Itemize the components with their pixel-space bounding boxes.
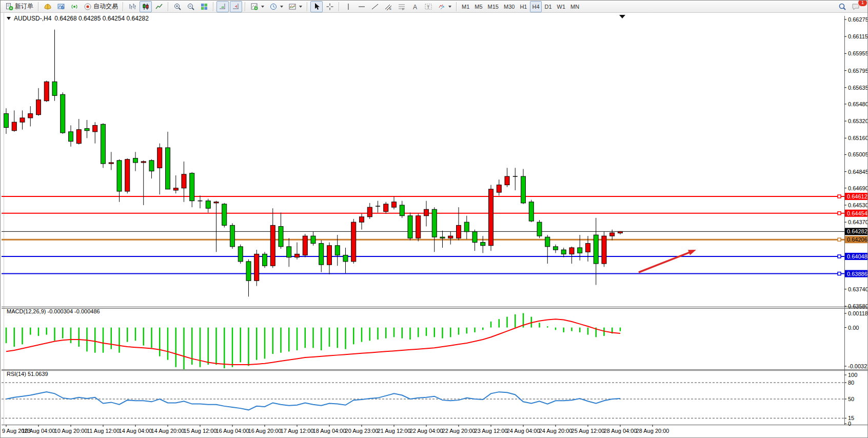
- cursor-button[interactable]: [310, 1, 323, 12]
- timeframe-m30[interactable]: M30: [502, 1, 517, 12]
- text-label-button[interactable]: T: [422, 1, 435, 12]
- time-axis-label[interactable]: 25 Aug 12:00: [571, 428, 605, 434]
- candle-body: [578, 248, 582, 253]
- time-axis-label[interactable]: 10 Aug 20:00: [54, 428, 88, 434]
- timeframe-m1[interactable]: M1: [460, 1, 471, 12]
- arrows-button[interactable]: [436, 1, 453, 12]
- line-chart-icon: [155, 3, 163, 11]
- time-axis-label[interactable]: 11 Aug 12:00: [87, 428, 120, 434]
- auto-scroll-button[interactable]: [216, 1, 229, 12]
- price-axis-label: 0.65955: [848, 50, 868, 56]
- time-axis-label[interactable]: 17 Aug 12:00: [281, 428, 314, 434]
- vertical-line-button[interactable]: [342, 1, 354, 12]
- candlestick-chart-button[interactable]: [140, 1, 152, 12]
- candle-body: [311, 236, 315, 244]
- new-order-button[interactable]: 新订单: [3, 1, 35, 12]
- candle-body: [335, 246, 340, 255]
- text-button[interactable]: A: [409, 1, 421, 12]
- toolbar-group: 新订单: [3, 1, 36, 12]
- zoom-in-button[interactable]: [171, 1, 184, 12]
- timeframe-m5[interactable]: M5: [472, 1, 484, 12]
- toolbar-group: [126, 1, 166, 12]
- time-axis-label[interactable]: 20 Aug 23:00: [345, 428, 379, 434]
- candle-body: [133, 158, 138, 163]
- toolbar-separator: [213, 2, 214, 11]
- price-axis-label: 0.64530: [848, 202, 868, 208]
- svg-text:E: E: [389, 7, 391, 10]
- search-button[interactable]: [836, 1, 849, 12]
- time-axis-label[interactable]: 22 Aug 20:00: [442, 428, 476, 434]
- timeframe-h4[interactable]: H4: [530, 1, 541, 12]
- time-axis-label[interactable]: 14 Aug 20:00: [151, 428, 185, 434]
- tile-windows-button[interactable]: [198, 1, 210, 12]
- chart-shift-button[interactable]: [230, 1, 242, 12]
- timeframe-w1[interactable]: W1: [555, 1, 568, 12]
- line-handle[interactable]: [838, 238, 841, 241]
- line-handle[interactable]: [838, 212, 841, 215]
- candle-body: [529, 202, 534, 221]
- candle-body: [594, 235, 598, 264]
- time-axis-label[interactable]: 24 Aug 04:00: [507, 428, 540, 434]
- rsi-axis-label: 100: [848, 372, 857, 378]
- time-axis-label[interactable]: 21 Aug 12:00: [378, 428, 411, 434]
- search-icon: [838, 3, 846, 11]
- time-axis-label[interactable]: 16 Aug 04:00: [216, 428, 249, 434]
- candle-body: [149, 161, 154, 171]
- price-axis-label: 0.66275: [848, 16, 868, 23]
- horizontal-line-button[interactable]: [356, 1, 368, 12]
- trendline-button[interactable]: [369, 1, 381, 12]
- toolbar-separator: [168, 2, 169, 11]
- time-axis-label[interactable]: 28 Aug 04:00: [604, 428, 637, 434]
- time-axis-label[interactable]: 18 Aug 04:00: [313, 428, 346, 434]
- candle-body: [279, 226, 283, 246]
- candle-body: [117, 161, 122, 191]
- signals-button[interactable]: [68, 1, 81, 12]
- candle-body: [448, 236, 453, 238]
- timeframe-d1[interactable]: D1: [543, 1, 554, 12]
- indicators-icon: [250, 3, 259, 11]
- price-badge-label: 0.64048: [847, 253, 867, 260]
- candle-body: [206, 201, 210, 209]
- candle-body: [545, 237, 550, 247]
- crosshair-icon: [326, 3, 334, 11]
- chevron-down-icon: [448, 6, 451, 8]
- line-handle[interactable]: [838, 255, 841, 258]
- periods-button[interactable]: [267, 1, 285, 12]
- candle-body: [109, 163, 113, 164]
- zoom-out-button[interactable]: [185, 1, 197, 12]
- time-axis-label[interactable]: 28 Aug 20:00: [636, 428, 669, 434]
- chart-canvas[interactable]: 0.662750.661150.659550.657950.656350.654…: [1, 13, 868, 438]
- candle-body: [52, 82, 57, 95]
- timeframe-m15[interactable]: M15: [486, 1, 501, 12]
- timeframe-mn[interactable]: MN: [568, 1, 581, 12]
- autotrading-button[interactable]: 自动交易: [82, 1, 120, 12]
- candle-body: [125, 160, 130, 191]
- time-axis-label[interactable]: 23 Aug 12:00: [475, 428, 508, 434]
- indicators-button[interactable]: [248, 1, 266, 12]
- bar-chart-button[interactable]: [126, 1, 139, 12]
- time-axis-label[interactable]: 10 Aug 04:00: [22, 428, 55, 434]
- channel-button[interactable]: E: [382, 1, 394, 12]
- time-axis-label[interactable]: 22 Aug 04:00: [410, 428, 443, 434]
- macd-axis-label: 0.00: [848, 325, 859, 331]
- templates-button[interactable]: [286, 1, 304, 12]
- signals-icon: [70, 3, 78, 11]
- time-axis-label[interactable]: 14 Aug 04:00: [119, 428, 152, 434]
- time-axis-label[interactable]: 24 Aug 20:00: [539, 428, 573, 434]
- timeframe-h1[interactable]: H1: [518, 1, 529, 12]
- line-chart-button[interactable]: [153, 1, 165, 12]
- profiles-button[interactable]: [55, 1, 67, 12]
- fibonacci-button[interactable]: F: [396, 1, 408, 12]
- channel-icon: E: [384, 3, 392, 11]
- history-center-button[interactable]: [42, 1, 54, 12]
- line-handle[interactable]: [838, 195, 841, 198]
- line-handle[interactable]: [838, 272, 841, 275]
- candle-body: [93, 125, 97, 131]
- history-center-icon: [44, 3, 52, 11]
- price-axis-label: 0.63740: [848, 286, 868, 292]
- chart-dropdown-icon[interactable]: [7, 17, 11, 20]
- time-axis-label[interactable]: 15 Aug 12:00: [184, 428, 217, 434]
- time-axis-label[interactable]: 16 Aug 20:00: [248, 428, 282, 434]
- new-order-icon: [5, 3, 13, 11]
- crosshair-button[interactable]: [324, 1, 336, 12]
